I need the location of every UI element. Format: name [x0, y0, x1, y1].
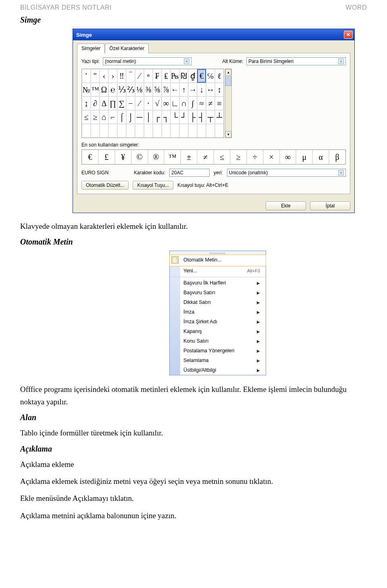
recent-symbol-cell[interactable]: ® — [148, 150, 164, 164]
symbol-cell[interactable] — [215, 124, 224, 138]
symbol-cell[interactable]: ← — [171, 83, 179, 96]
symbol-cell[interactable]: ℓ — [215, 69, 224, 83]
symbol-grid[interactable]: ′″‹›‼‾⁄ⁿ₣₤₧₪₫€℅ℓ№™Ω℮⅓⅔⅛⅜⅝⅞←↑→↓↔↕↨∂∆∏∑−∕∙… — [81, 69, 224, 138]
symbol-cell[interactable]: ↔ — [206, 83, 215, 96]
symbol-cell[interactable]: ≥ — [91, 110, 100, 124]
recent-symbol-cell[interactable]: ™ — [164, 150, 181, 164]
shortcut-key-button[interactable]: Kısayol Tuşu... — [133, 181, 173, 190]
symbol-cell[interactable] — [108, 124, 117, 138]
symbol-cell[interactable]: √ — [153, 96, 162, 110]
recent-symbol-cell[interactable]: α — [312, 150, 329, 164]
symbol-cell[interactable]: ‼ — [117, 69, 126, 83]
autocorrect-button[interactable]: Otomatik Düzelt... — [81, 181, 129, 190]
recent-symbol-cell[interactable]: × — [263, 150, 280, 164]
symbol-cell[interactable] — [179, 124, 188, 138]
font-combobox[interactable]: (normal metin) ▾ — [103, 57, 191, 65]
chevron-down-icon[interactable]: ▾ — [338, 170, 344, 176]
menu-item[interactable]: Dikkat Satırı▶ — [170, 297, 266, 307]
symbol-cell[interactable]: ℅ — [206, 69, 215, 83]
menu-item[interactable]: Postalama Yönergeleri▶ — [170, 346, 266, 356]
menu-item[interactable]: Kapanış▶ — [170, 326, 266, 336]
symbol-cell[interactable]: ≠ — [206, 96, 215, 110]
symbol-cell[interactable]: ∙ — [144, 96, 153, 110]
symbol-cell[interactable]: ⅓ — [117, 83, 126, 96]
symbol-cell[interactable] — [197, 124, 206, 138]
symbol-cell[interactable]: ⌂ — [100, 110, 108, 124]
chevron-down-icon[interactable]: ▾ — [184, 59, 189, 64]
symbol-cell[interactable] — [153, 124, 162, 138]
symbol-cell[interactable]: ⅞ — [162, 83, 171, 96]
symbol-cell[interactable]: ₤ — [162, 69, 171, 83]
recent-symbol-cell[interactable]: β — [329, 150, 345, 164]
recent-symbol-cell[interactable]: ÷ — [247, 150, 263, 164]
menu-item[interactable]: Konu Satırı▶ — [170, 336, 266, 346]
symbol-cell[interactable] — [188, 124, 197, 138]
symbol-cell[interactable]: ⅔ — [126, 83, 135, 96]
symbol-cell[interactable]: ├ — [188, 110, 197, 124]
symbol-cell[interactable] — [91, 124, 100, 138]
insert-button[interactable]: Ekle — [266, 201, 306, 210]
symbol-cell[interactable]: ∕ — [135, 96, 144, 110]
symbol-cell[interactable]: ℮ — [108, 83, 117, 96]
recent-symbol-cell[interactable]: € — [82, 150, 98, 164]
symbol-cell[interactable]: ⅛ — [135, 83, 144, 96]
symbol-cell[interactable]: ∩ — [179, 96, 188, 110]
symbol-cell[interactable] — [82, 124, 91, 138]
menu-item[interactable]: Başvuru İlk Harfleri▶ — [170, 278, 266, 288]
symbol-cell[interactable]: ⅝ — [153, 83, 162, 96]
symbol-cell[interactable]: ∞ — [162, 96, 171, 110]
symbol-cell[interactable]: ≡ — [215, 96, 224, 110]
symbol-cell[interactable] — [117, 124, 126, 138]
from-combobox[interactable]: Unicode (onaltılık) ▾ — [227, 169, 346, 177]
symbol-cell[interactable]: ┌ — [153, 110, 162, 124]
scroll-down-icon[interactable]: ▼ — [225, 131, 231, 138]
symbol-cell[interactable]: ⌐ — [108, 110, 117, 124]
symbol-cell[interactable]: ┤ — [197, 110, 206, 124]
recent-grid[interactable]: €£¥©®™±≠≤≥÷×∞μαβ — [81, 149, 346, 165]
symbol-cell[interactable]: ┘ — [179, 110, 188, 124]
symbol-cell[interactable]: ₪ — [179, 69, 188, 83]
chevron-down-icon[interactable]: ▾ — [338, 59, 344, 64]
symbol-cell[interactable] — [135, 124, 144, 138]
menu-item-autotext[interactable]: 📄 Otomatik Metin... — [169, 255, 266, 266]
scroll-up-icon[interactable]: ▲ — [225, 69, 231, 75]
symbol-cell[interactable]: ┐ — [162, 110, 171, 124]
symbol-cell[interactable]: ↕ — [215, 83, 224, 96]
symbol-cell[interactable]: ‾ — [126, 69, 135, 83]
symbol-cell[interactable]: № — [82, 83, 91, 96]
recent-symbol-cell[interactable]: ± — [181, 150, 197, 164]
scroll-thumb[interactable] — [225, 76, 231, 86]
symbol-cell[interactable]: € — [197, 69, 206, 83]
symbol-cell[interactable]: ⁄ — [135, 69, 144, 83]
recent-symbol-cell[interactable]: ¥ — [115, 150, 131, 164]
symbol-cell[interactable]: − — [126, 96, 135, 110]
symbol-cell[interactable]: ⅜ — [144, 83, 153, 96]
symbol-cell[interactable]: ∏ — [108, 96, 117, 110]
symbol-cell[interactable] — [100, 124, 108, 138]
symbol-cell[interactable]: ┴ — [215, 110, 224, 124]
symbol-cell[interactable] — [206, 124, 215, 138]
symbol-cell[interactable] — [126, 124, 135, 138]
menu-item-new[interactable]: Yeni... Alt+F3 — [170, 266, 266, 277]
symbol-cell[interactable] — [144, 124, 153, 138]
recent-symbol-cell[interactable]: ≤ — [214, 150, 230, 164]
symbol-cell[interactable]: ⁿ — [144, 69, 153, 83]
tab-special-chars[interactable]: Özel Karakterler — [105, 44, 149, 53]
tab-symbols[interactable]: Simgeler — [77, 44, 105, 53]
subset-combobox[interactable]: Para Birimi Simgeleri ▾ — [246, 57, 346, 65]
menu-item[interactable]: Üstbilgi/Altbilgi▶ — [170, 365, 266, 375]
symbol-cell[interactable]: ∂ — [91, 96, 100, 110]
recent-symbol-cell[interactable]: ≥ — [230, 150, 247, 164]
menu-item[interactable]: Selamlama▶ — [170, 356, 266, 365]
symbol-cell[interactable]: ┬ — [206, 110, 215, 124]
scrollbar[interactable]: ▲ ▼ — [225, 69, 232, 138]
close-icon[interactable]: ✕ — [344, 31, 353, 39]
symbol-cell[interactable]: ↨ — [82, 96, 91, 110]
symbol-cell[interactable]: ″ — [91, 69, 100, 83]
symbol-cell[interactable]: ₫ — [188, 69, 197, 83]
symbol-cell[interactable]: ↓ — [197, 83, 206, 96]
symbol-cell[interactable]: Ω — [100, 83, 108, 96]
symbol-cell[interactable]: ₣ — [153, 69, 162, 83]
recent-symbol-cell[interactable]: ≠ — [197, 150, 214, 164]
symbol-cell[interactable]: › — [108, 69, 117, 83]
